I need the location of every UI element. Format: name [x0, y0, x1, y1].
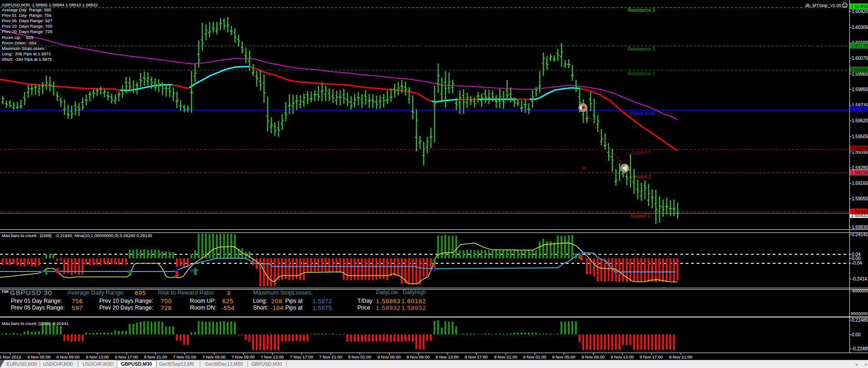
- svg-text:8 Nov 17:00: 8 Nov 17:00: [464, 354, 488, 359]
- svg-text:Room UP:: Room UP:: [190, 298, 216, 304]
- svg-text:6 Nov 17:00: 6 Nov 17:00: [115, 354, 138, 359]
- svg-text:Piviot level: Piviot level: [630, 111, 655, 116]
- svg-text:DailyLow: DailyLow: [376, 289, 398, 295]
- svg-text:8 Nov 05:00: 8 Nov 05:00: [377, 354, 400, 359]
- svg-text:7 Nov 21:00: 7 Nov 21:00: [319, 354, 342, 359]
- svg-text:1.59620: 1.59620: [852, 118, 868, 123]
- svg-text:Resistance 2: Resistance 2: [628, 46, 655, 52]
- svg-text:6 Nov 13:00: 6 Nov 13:00: [86, 354, 109, 359]
- svg-text:9 Nov 17:00: 9 Nov 17:00: [639, 354, 663, 359]
- svg-text:1.58932: 1.58932: [401, 305, 426, 311]
- svg-text:GBPUSD,M30: GBPUSD,M30: [251, 361, 282, 367]
- svg-text:-184: -184: [270, 305, 283, 311]
- svg-text:1.58932: 1.58932: [376, 305, 400, 311]
- svg-text:1.60458: 1.60458: [851, 4, 868, 9]
- svg-text:0.24141: 0.24141: [852, 232, 868, 237]
- svg-text:1.5875: 1.5875: [312, 305, 332, 311]
- svg-text:Maximum StopLosses;: Maximum StopLosses;: [253, 289, 313, 296]
- svg-text:1.59235: 1.59235: [851, 170, 868, 175]
- svg-text:9 Nov 05:00: 9 Nov 05:00: [552, 354, 575, 359]
- svg-text:-9000000: -9000000: [851, 288, 868, 293]
- svg-text:7 Nov 17:00: 7 Nov 17:00: [290, 354, 313, 359]
- svg-text:-554: -554: [221, 305, 234, 311]
- svg-text:Pips at: Pips at: [285, 298, 303, 304]
- svg-text:Average Daily Range:: Average Daily Range:: [68, 289, 125, 296]
- svg-text:9000000: 9000000: [851, 311, 868, 316]
- svg-text:USDCHF,M30: USDCHF,M30: [83, 361, 112, 367]
- svg-text:Long:: Long:: [253, 298, 267, 304]
- svg-text:GBPUSD 30: GBPUSD 30: [10, 289, 52, 296]
- svg-text:Room DN:: Room DN:: [190, 305, 216, 311]
- svg-text:7 Nov 13:00: 7 Nov 13:00: [260, 354, 283, 359]
- svg-text:756: 756: [72, 298, 83, 305]
- svg-text:1.60182: 1.60182: [401, 298, 426, 305]
- svg-text:Prev 01 Day Range: 756: Prev 01 Day Range: 756: [2, 13, 51, 18]
- svg-text:-0.24141: -0.24141: [852, 276, 868, 281]
- svg-text:1.60420: 1.60420: [852, 9, 868, 14]
- svg-text:1.60075: 1.60075: [852, 56, 868, 61]
- svg-text:◄: ◄: [854, 363, 858, 367]
- svg-text:9 Nov 21:00: 9 Nov 21:00: [669, 354, 692, 359]
- svg-text:9 Nov 09:00: 9 Nov 09:00: [581, 354, 605, 359]
- svg-text:625: 625: [222, 298, 234, 305]
- svg-text:Short:: Short:: [253, 305, 268, 311]
- svg-text:Resistance 3: Resistance 3: [628, 7, 655, 13]
- svg-text:Pips at: Pips at: [285, 305, 303, 311]
- svg-text:1.59850: 1.59850: [852, 87, 868, 92]
- svg-text:Room Up: 625: Room Up: 625: [2, 35, 33, 40]
- svg-text:8 Nov 13:00: 8 Nov 13:00: [435, 354, 458, 359]
- svg-text:DailyHigh: DailyHigh: [403, 289, 426, 295]
- svg-text:Prev 01 Day Range:: Prev 01 Day Range:: [11, 298, 62, 304]
- svg-text:1.5872: 1.5872: [312, 298, 332, 305]
- svg-text:Ger30Dec12,M30: Ger30Dec12,M30: [205, 361, 243, 367]
- svg-text:1.58863: 1.58863: [376, 298, 400, 305]
- svg-text:1.59414: 1.59414: [851, 146, 868, 151]
- svg-text:Price: Price: [357, 305, 371, 311]
- svg-text:1.59702: 1.59702: [851, 107, 868, 112]
- svg-text:3: 3: [227, 290, 230, 296]
- svg-text:6 Nov 21:00: 6 Nov 21:00: [144, 354, 167, 359]
- svg-text:1.58830: 1.58830: [852, 225, 868, 230]
- svg-text:T/Day: T/Day: [357, 298, 373, 304]
- svg-text:700: 700: [161, 298, 172, 305]
- svg-text:597: 597: [72, 305, 83, 311]
- svg-text:9 Nov 01:00: 9 Nov 01:00: [523, 354, 546, 359]
- svg-text:7 Nov 01:00: 7 Nov 01:00: [173, 354, 196, 359]
- svg-text:8 Nov 21:00: 8 Nov 21:00: [494, 354, 517, 359]
- svg-text:Prev 20 Days Range:: Prev 20 Days Range:: [99, 305, 153, 311]
- svg-text:728: 728: [161, 305, 172, 311]
- svg-text:-0.04: -0.04: [852, 261, 862, 266]
- svg-text:GBPUSD,M30: GBPUSD,M30: [121, 361, 152, 367]
- svg-text:Max bars to count: |2268| -: Max bars to count: |2268| -0.21946 Nina(…: [2, 233, 152, 238]
- svg-text:695: 695: [135, 290, 146, 296]
- svg-text:GBPUSD,M30 1.58965 1.58994 1.: GBPUSD,M30 1.58965 1.58994 1.58910 1.589…: [2, 2, 98, 7]
- svg-text:Prev 05 Days Range:: Prev 05 Days Range:: [11, 305, 65, 311]
- svg-text:1.58946: 1.58946: [851, 209, 868, 214]
- svg-text:EURUSD,M30: EURUSD,M30: [6, 361, 37, 367]
- svg-text:6 Nov 09:00: 6 Nov 09:00: [56, 354, 79, 359]
- svg-text:Risk to Reward Ratio:: Risk to Reward Ratio:: [158, 289, 215, 296]
- svg-text:Short: -184 Pips at 1.5875: Short: -184 Pips at 1.5875: [2, 57, 52, 62]
- svg-text:8 Nov 09:00: 8 Nov 09:00: [406, 354, 429, 359]
- svg-text:-0.22485: -0.22485: [852, 346, 868, 351]
- svg-text:db_MTStop_V2.05: db_MTStop_V2.05: [805, 3, 841, 8]
- svg-text:1.59991: 1.59991: [851, 67, 868, 73]
- svg-text:0.22485: 0.22485: [852, 318, 868, 323]
- svg-text:7 Nov 05:00: 7 Nov 05:00: [202, 354, 225, 359]
- svg-text:Prev 20 Days Range: 728: Prev 20 Days Range: 728: [2, 29, 52, 34]
- svg-text:1.59505: 1.59505: [852, 134, 868, 139]
- svg-text:►: ►: [864, 363, 868, 367]
- svg-text:Support 1: Support 1: [631, 150, 651, 155]
- svg-text:Prev 10 Days Range:: Prev 10 Days Range:: [99, 298, 153, 304]
- svg-text:Prev 05 Days Range: 597: Prev 05 Days Range: 597: [2, 18, 52, 23]
- svg-text:0.00: 0.00: [852, 332, 861, 337]
- svg-text:USDCHF,M30: USDCHF,M30: [43, 361, 73, 367]
- svg-text:208: 208: [271, 298, 283, 305]
- svg-text:7 Nov 09:00: 7 Nov 09:00: [231, 354, 254, 359]
- svg-text:1.59165: 1.59165: [852, 181, 868, 186]
- svg-text:5 Nov 2012: 5 Nov 2012: [0, 354, 21, 359]
- svg-text:9 Nov 13:00: 9 Nov 13:00: [610, 354, 634, 359]
- svg-text:8 Nov 01:00: 8 Nov 01:00: [348, 354, 371, 359]
- svg-text:TSR: TSR: [1, 290, 9, 294]
- svg-text:Room Down: -554: Room Down: -554: [2, 40, 37, 45]
